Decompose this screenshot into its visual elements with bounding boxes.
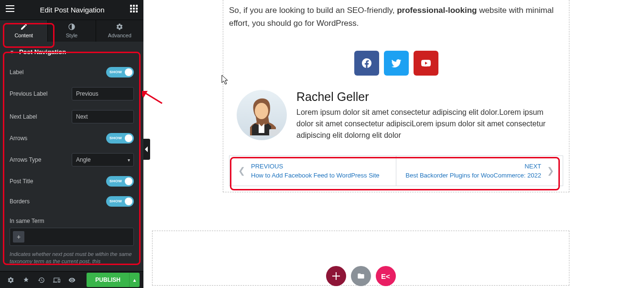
panel-header[interactable]: ▼ Post Navigation — [0, 42, 143, 62]
borders-toggle[interactable]: SHOW — [106, 196, 134, 207]
drop-zone[interactable]: E< — [152, 231, 569, 286]
add-term-button[interactable]: + — [13, 231, 24, 243]
tab-advanced[interactable]: Advanced — [96, 20, 143, 42]
content-paragraph: So, if you are looking to build an SEO-f… — [229, 0, 563, 36]
post-navigation: ❮ PREVIOUS How to Add Facebook Feed to W… — [229, 155, 563, 186]
prev-title: How to Add Facebook Feed to WordPress Si… — [251, 172, 380, 179]
control-borders: Borders SHOW — [10, 191, 134, 211]
preview-icon[interactable] — [65, 273, 78, 287]
toggle-knob — [125, 134, 132, 142]
author-avatar — [237, 90, 287, 140]
author-text: Rachel Geller Lorem ipsum dolor sit amet… — [296, 90, 556, 141]
prev-label-input[interactable] — [72, 87, 134, 100]
toggle-knob — [125, 198, 132, 205]
panel-title: Post Navigation — [19, 48, 66, 55]
elementskit-button[interactable]: E< — [376, 266, 396, 286]
control-in-same-term: In same Term + Indicates whether next po… — [10, 211, 134, 266]
collapse-handle[interactable] — [143, 139, 150, 160]
caret-down-icon: ▼ — [10, 49, 14, 55]
help-text: Indicates whether next post must be with… — [10, 251, 134, 266]
svg-rect-15 — [332, 276, 340, 277]
label-toggle[interactable]: SHOW — [106, 67, 134, 78]
tab-content[interactable]: Content — [0, 20, 48, 42]
control-arrows-type: Arrows Type Angle — [10, 148, 134, 171]
preview-area: So, if you are looking to build an SEO-f… — [143, 0, 644, 288]
tab-label: Advanced — [108, 33, 131, 38]
responsive-icon[interactable] — [50, 273, 63, 287]
add-section-button[interactable] — [326, 266, 346, 286]
control-post-title: Post Title SHOW — [10, 171, 134, 191]
post-nav-prev[interactable]: ❮ PREVIOUS How to Add Facebook Feed to W… — [229, 156, 396, 186]
post-title-toggle[interactable]: SHOW — [106, 176, 134, 187]
toggle-knob — [125, 68, 132, 76]
svg-rect-8 — [136, 8, 138, 10]
svg-rect-11 — [136, 11, 138, 12]
control-prev-label: Previous Label — [10, 82, 134, 105]
facebook-icon[interactable] — [354, 51, 379, 76]
post-nav-next[interactable]: NEXT Best Backorder Plugins for WooComme… — [396, 156, 563, 186]
label: Borders — [10, 198, 30, 205]
label: Arrows — [10, 135, 27, 142]
next-label: NEXT — [405, 163, 541, 170]
author-name: Rachel Geller — [296, 90, 556, 104]
prev-label: PREVIOUS — [251, 163, 380, 170]
arrows-type-select[interactable]: Angle — [72, 153, 134, 166]
publish-dropdown[interactable]: ▲ — [129, 273, 140, 287]
widgets-icon[interactable] — [130, 5, 138, 14]
author-box: Rachel Geller Lorem ipsum dolor sit amet… — [229, 84, 563, 147]
social-icons — [229, 36, 563, 84]
panel-section: ▼ Post Navigation Label SHOW Previous La… — [0, 42, 143, 272]
navigator-icon[interactable] — [19, 273, 33, 287]
svg-rect-4 — [133, 5, 135, 7]
label: Post Title — [10, 178, 33, 185]
svg-rect-5 — [136, 5, 138, 7]
publish-button[interactable]: PUBLISH — [87, 273, 129, 287]
svg-rect-0 — [6, 5, 14, 6]
svg-rect-2 — [6, 11, 14, 12]
arrows-toggle[interactable]: SHOW — [106, 133, 134, 144]
panel-controls: Label SHOW Previous Label Next Label Arr… — [0, 62, 143, 271]
svg-rect-3 — [130, 5, 132, 7]
label: Arrows Type — [10, 156, 41, 163]
youtube-icon[interactable] — [414, 51, 438, 76]
svg-rect-1 — [6, 8, 14, 9]
sidebar-header: Edit Post Navigation — [0, 0, 143, 20]
tab-label: Style — [66, 33, 77, 38]
settings-icon[interactable] — [4, 273, 17, 287]
menu-icon[interactable] — [6, 5, 14, 14]
next-label-input[interactable] — [72, 110, 134, 123]
label: Next Label — [10, 113, 37, 120]
editor-tabs: Content Style Advanced — [0, 20, 143, 42]
label: In same Term — [10, 218, 44, 224]
svg-point-12 — [255, 103, 268, 119]
svg-rect-13 — [269, 129, 280, 136]
action-buttons: E< — [326, 266, 396, 286]
svg-rect-7 — [133, 8, 135, 10]
label: Previous Label — [10, 90, 47, 97]
history-icon[interactable] — [34, 273, 48, 287]
label: Label — [10, 69, 23, 76]
sidebar-footer: PUBLISH ▲ — [0, 271, 143, 288]
control-arrows: Arrows SHOW — [10, 128, 134, 148]
author-bio: Lorem ipsum dolor sit amet consectetur a… — [296, 107, 556, 141]
angle-left-icon: ❮ — [238, 166, 245, 176]
header-title: Edit Post Navigation — [40, 6, 104, 14]
toggle-knob — [125, 177, 132, 185]
tab-label: Content — [14, 33, 33, 38]
control-next-label: Next Label — [10, 105, 134, 128]
svg-rect-10 — [133, 11, 135, 12]
next-title: Best Backorder Plugins for WooCommerce: … — [405, 172, 541, 179]
editor-sidebar: Edit Post Navigation Content Style Advan… — [0, 0, 143, 288]
tab-style[interactable]: Style — [48, 20, 96, 42]
angle-right-icon: ❯ — [547, 166, 554, 176]
template-library-button[interactable] — [351, 266, 371, 286]
same-term-box: + — [10, 228, 134, 246]
content-block: So, if you are looking to build an SEO-f… — [223, 0, 569, 192]
control-label: Label SHOW — [10, 62, 134, 82]
svg-rect-9 — [130, 11, 132, 12]
twitter-icon[interactable] — [384, 51, 409, 76]
svg-rect-6 — [130, 8, 132, 10]
